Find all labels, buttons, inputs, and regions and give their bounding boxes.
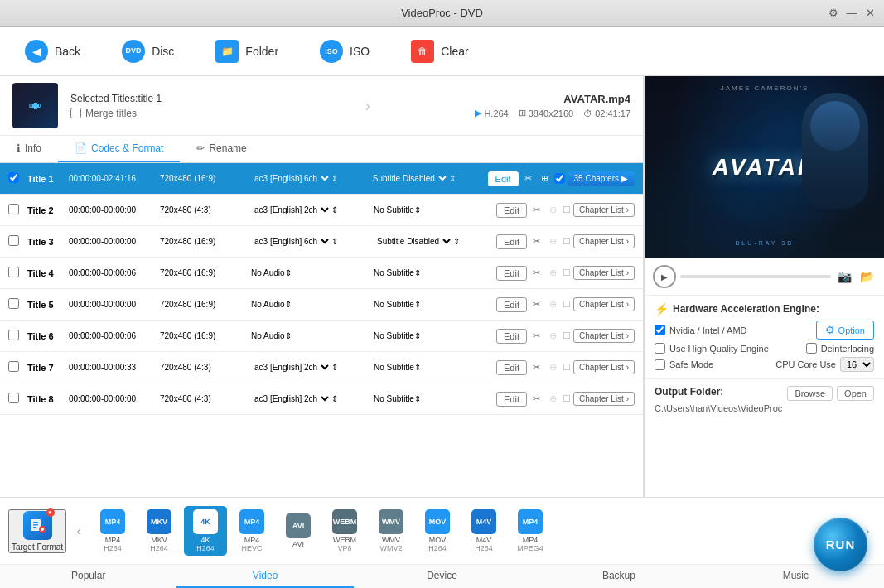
cut-icon-button[interactable]: ✂: [521, 171, 535, 186]
subtitle-select[interactable]: Subtitle Disabled: [374, 236, 453, 247]
format-item-m4v-h264[interactable]: M4V M4V H264: [462, 506, 505, 556]
title-checkbox[interactable]: [8, 330, 19, 340]
format-tab-backup[interactable]: Backup: [530, 565, 707, 588]
chapter-checkbox[interactable]: [554, 173, 565, 184]
edit-button[interactable]: Edit: [496, 266, 527, 281]
open-button[interactable]: Open: [837, 386, 874, 401]
merge-icon-button[interactable]: ⊕: [538, 171, 552, 186]
option-button[interactable]: ⚙ Option: [816, 321, 874, 340]
format-item-mov-h264[interactable]: MOV MOV H264: [416, 506, 459, 556]
subtitle-select[interactable]: Subtitle Disabled: [370, 173, 449, 184]
merge-icon-button[interactable]: ⊕: [546, 234, 560, 248]
title-checkbox[interactable]: [8, 172, 19, 183]
play-button[interactable]: ▶: [653, 265, 676, 288]
progress-bar[interactable]: [680, 275, 831, 278]
cpu-core-select: CPU Core Use 16 8 4 2 1: [775, 357, 874, 372]
nvidia-checkbox[interactable]: [655, 325, 665, 335]
tab-rename[interactable]: ✏ Rename: [180, 136, 263, 162]
format-tab-device[interactable]: Device: [354, 565, 530, 588]
clear-button[interactable]: 🗑 Clear: [403, 36, 476, 67]
chapter-list-button[interactable]: Chapter List ›: [573, 234, 635, 248]
no-subtitle-label: No Subtitle: [374, 331, 414, 340]
edit-button[interactable]: Edit: [496, 203, 527, 218]
merge-icon-button[interactable]: ⊕: [546, 329, 560, 343]
chapter-list-button[interactable]: Chapter List ›: [573, 360, 635, 374]
title-row: Title 3 00:00:00-00:00:00 720x480 (16:9)…: [0, 226, 643, 258]
format-item-mp4-h264-1[interactable]: MP4 MP4 H264: [91, 506, 134, 556]
cut-icon-button[interactable]: ✂: [529, 266, 543, 280]
avatar-director-text: JAMES CAMERON'S: [721, 84, 809, 92]
audio-select[interactable]: ac3 [English] 2ch: [251, 362, 331, 373]
format-tab-popular[interactable]: Popular: [0, 565, 176, 588]
browse-button[interactable]: Browse: [787, 386, 833, 401]
audio-select[interactable]: ac3 [English] 2ch: [251, 205, 331, 215]
format-item-wmv-wmv2[interactable]: WMV WMV WMV2: [370, 506, 413, 556]
target-format-button[interactable]: Target Format: [8, 509, 66, 553]
audio-select[interactable]: ac3 [English] 2ch: [251, 393, 331, 404]
merge-titles-checkbox[interactable]: [70, 108, 81, 118]
screenshot-button[interactable]: 📷: [835, 267, 853, 286]
safe-mode-checkbox[interactable]: [655, 359, 665, 370]
close-btn[interactable]: ✕: [864, 7, 876, 19]
hw-row-nvidia: Nvidia / Intel / AMD ⚙ Option: [655, 321, 874, 340]
chapter-check-disabled: ☐: [563, 299, 571, 310]
prev-format-button[interactable]: ‹: [70, 523, 87, 539]
format-item-mkv-h264[interactable]: MKV MKV H264: [138, 506, 181, 556]
title-checkbox[interactable]: [8, 204, 19, 214]
cut-icon-button[interactable]: ✂: [529, 360, 543, 374]
disc-button[interactable]: DVD Disc: [114, 36, 182, 67]
title-checkbox[interactable]: [8, 235, 19, 246]
format-item-webm-vp8[interactable]: WEBM WEBM VP8: [323, 506, 366, 556]
merge-icon-button[interactable]: ⊕: [546, 266, 560, 280]
back-button[interactable]: ◀ Back: [17, 36, 89, 67]
svg-rect-6: [41, 528, 44, 530]
chapters-button[interactable]: 35 Chapters ▶: [568, 171, 635, 186]
edit-button[interactable]: Edit: [488, 171, 519, 186]
format-tab-music[interactable]: Music: [708, 565, 884, 588]
format-item-4k-h264[interactable]: 4K 4K H264: [184, 506, 227, 556]
audio-select[interactable]: ac3 [English] 6ch: [251, 173, 331, 184]
chapter-list-button[interactable]: Chapter List ›: [573, 266, 635, 280]
chapter-list-button[interactable]: Chapter List ›: [573, 203, 635, 217]
edit-button[interactable]: Edit: [496, 360, 527, 375]
folder-button[interactable]: 📁 Folder: [207, 36, 287, 67]
title-checkbox[interactable]: [8, 361, 19, 372]
chapter-list-button[interactable]: Chapter List ›: [573, 392, 635, 406]
tab-codec-format[interactable]: 📄 Codec & Format: [58, 136, 180, 162]
merge-icon-button[interactable]: ⊕: [546, 297, 560, 311]
audio-select[interactable]: ac3 [English] 6ch: [251, 236, 331, 247]
title-checkbox[interactable]: [8, 393, 19, 403]
iso-button[interactable]: ISO ISO: [312, 36, 378, 67]
format-item-avi[interactable]: AVI AVI: [277, 510, 320, 552]
codec-spec: ▶ H.264: [475, 108, 508, 118]
cut-icon-button[interactable]: ✂: [529, 203, 543, 217]
merge-icon-button[interactable]: ⊕: [546, 360, 560, 374]
format-tab-video[interactable]: Video: [176, 565, 353, 588]
selected-titles-label: Selected Titles:title 1: [70, 93, 260, 104]
minimize-btn[interactable]: —: [846, 7, 857, 19]
folder-output-button[interactable]: 📂: [857, 267, 876, 286]
edit-button[interactable]: Edit: [496, 392, 527, 407]
merge-icon-button[interactable]: ⊕: [546, 392, 560, 406]
format-item-mp4-hevc[interactable]: MP4 MP4 HEVC: [230, 506, 273, 556]
settings-btn[interactable]: ⚙: [828, 7, 839, 19]
edit-button[interactable]: Edit: [496, 297, 527, 312]
tab-info[interactable]: ℹ Info: [0, 136, 58, 162]
run-button[interactable]: RUN: [814, 518, 867, 571]
cpu-core-dropdown[interactable]: 16 8 4 2 1: [840, 357, 874, 372]
cut-icon-button[interactable]: ✂: [529, 234, 543, 248]
title-checkbox[interactable]: [8, 298, 19, 309]
title-checkbox[interactable]: [8, 267, 19, 277]
video-preview: JAMES CAMERON'S AVATAR BLU-RAY 3D: [645, 76, 884, 258]
cut-icon-button[interactable]: ✂: [529, 392, 543, 406]
high-quality-checkbox[interactable]: [655, 343, 665, 354]
cut-icon-button[interactable]: ✂: [529, 329, 543, 343]
deinterlacing-checkbox[interactable]: [806, 343, 817, 354]
format-item-mp4-mpeg4[interactable]: MP4 MP4 MPEG4: [509, 506, 552, 556]
edit-button[interactable]: Edit: [496, 234, 527, 249]
chapter-list-button[interactable]: Chapter List ›: [573, 329, 635, 343]
edit-button[interactable]: Edit: [496, 329, 527, 344]
chapter-list-button[interactable]: Chapter List ›: [573, 297, 635, 311]
cut-icon-button[interactable]: ✂: [529, 297, 543, 311]
merge-icon-button[interactable]: ⊕: [546, 203, 560, 217]
